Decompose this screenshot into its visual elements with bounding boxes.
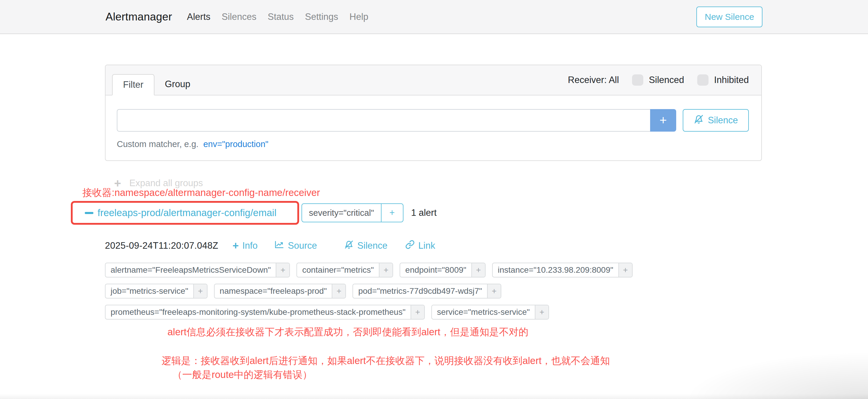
annotation-logic-note: 逻辑是：接收器收到alert后进行通知，如果alert不在接收器下，说明接收器没… (161, 354, 610, 368)
label-add-filter-button[interactable]: + (193, 284, 207, 298)
corner-shade (684, 351, 868, 399)
new-silence-button[interactable]: New Silence (696, 6, 763, 27)
label-add-filter-button[interactable]: + (471, 263, 485, 277)
nav-item-silences[interactable]: Silences (222, 11, 256, 22)
alert-labels: alertname="FreeleapsMetricsServiceDown" … (105, 263, 775, 326)
nav-item-settings[interactable]: Settings (305, 11, 338, 22)
label-tag-text: service="metrics-service" (432, 305, 535, 319)
filter-card-body: + Silence Custom matcher, e.g.env="produ… (105, 95, 761, 149)
label-tag-text: instance="10.233.98.209:8009" (493, 263, 618, 277)
link-icon (405, 240, 415, 252)
inhibited-checkbox-group[interactable]: Inhibited (697, 74, 749, 86)
label-add-filter-button[interactable]: + (332, 284, 345, 298)
chart-line-icon (274, 240, 284, 252)
label-add-filter-button[interactable]: + (535, 305, 549, 319)
group-filter-label: severity="critical" (302, 204, 381, 222)
main-nav: Alerts Silences Status Settings Help (187, 11, 369, 22)
alert-info-label: Info (242, 240, 258, 251)
label-add-filter-button[interactable]: + (410, 305, 424, 319)
add-matcher-button[interactable]: + (650, 109, 676, 132)
label-tag-container: container="metrics" + (297, 263, 393, 277)
custom-matcher-hint: Custom matcher, e.g. (117, 139, 198, 149)
label-tag-text: job="metrics-service" (105, 284, 193, 298)
label-add-filter-button[interactable]: + (276, 263, 289, 277)
alert-count: 1 alert (411, 208, 437, 218)
label-add-filter-button[interactable]: + (487, 284, 501, 298)
bell-slash-icon (344, 240, 354, 252)
label-tag-service: service="metrics-service" + (431, 305, 549, 319)
silenced-checkbox-group[interactable]: Silenced (632, 74, 684, 86)
filter-card-header: Filter Group Receiver: All Silenced Inhi… (105, 65, 761, 95)
label-tag-text: alertname="FreeleapsMetricsServiceDown" (105, 263, 276, 277)
receiver-group-link[interactable]: freeleaps-prod/alertmanager-config/email (85, 207, 276, 218)
label-tag-alertname: alertname="FreeleapsMetricsServiceDown" … (105, 263, 290, 277)
matcher-example-link[interactable]: env="production" (204, 139, 269, 149)
nav-item-help[interactable]: Help (349, 11, 369, 22)
alert-timestamp: 2025-09-24T11:20:07.048Z (105, 240, 218, 251)
nav-item-alerts[interactable]: Alerts (187, 11, 211, 22)
alert-silence-label: Silence (357, 240, 388, 251)
label-tag-instance: instance="10.233.98.209:8009" + (492, 263, 632, 277)
label-tag-endpoint: endpoint="8009" + (400, 263, 486, 277)
alert-link-button[interactable]: Link (405, 240, 435, 252)
alert-link-label: Link (418, 240, 435, 251)
receiver-group-label: freeleaps-prod/alertmanager-config/email (97, 207, 276, 218)
silence-button[interactable]: Silence (683, 109, 749, 132)
annotation-logic-note-2: （一般是route中的逻辑有错误） (173, 368, 312, 381)
alertmanager-page: Alertmanager Alerts Silences Status Sett… (0, 0, 868, 399)
silenced-label: Silenced (649, 75, 684, 85)
label-tag-job: job="metrics-service" + (105, 284, 208, 299)
alert-source-link[interactable]: Source (274, 240, 317, 252)
tab-filter[interactable]: Filter (112, 74, 154, 95)
group-filter-tag: severity="critical" + (302, 203, 403, 222)
label-tag-text: prometheus="freeleaps-monitoring-system/… (105, 305, 410, 319)
annotation-highlight-box: freeleaps-prod/alertmanager-config/email (71, 201, 299, 225)
collapse-minus-icon (85, 212, 93, 214)
label-tag-text: pod="metrics-77d9cdb497-wdsj7" (353, 284, 487, 298)
tab-group[interactable]: Group (154, 73, 201, 95)
label-add-filter-button[interactable]: + (618, 263, 632, 277)
receiver-selector[interactable]: Receiver: All (568, 75, 619, 85)
nav-item-status[interactable]: Status (268, 11, 294, 22)
matcher-input[interactable] (117, 109, 650, 132)
silence-button-label: Silence (708, 115, 738, 126)
alert-group-row: freeleaps-prod/alertmanager-config/email… (71, 201, 437, 225)
annotation-alert-note: alert信息必须在接收器下才表示配置成功，否则即使能看到alert，但是通知是… (167, 326, 528, 339)
navbar: Alertmanager Alerts Silences Status Sett… (0, 0, 868, 34)
label-tag-text: endpoint="8009" (400, 263, 471, 277)
app-brand[interactable]: Alertmanager (105, 11, 172, 23)
label-add-filter-button[interactable]: + (379, 263, 393, 277)
bell-slash-icon (694, 114, 704, 127)
silenced-checkbox[interactable] (632, 74, 643, 86)
alert-silence-button[interactable]: Silence (344, 240, 388, 252)
inhibited-checkbox[interactable] (697, 74, 709, 86)
filter-card: Filter Group Receiver: All Silenced Inhi… (105, 65, 762, 161)
alert-source-label: Source (288, 240, 317, 251)
group-filter-add-button[interactable]: + (381, 204, 403, 222)
label-tag-namespace: namespace="freeleaps-prod" + (214, 284, 346, 299)
label-tag-text: container="metrics" (297, 263, 379, 277)
plus-icon: + (232, 240, 239, 251)
label-tag-text: namespace="freeleaps-prod" (215, 284, 332, 298)
annotation-receiver-note: 接收器:namespace/altermanager-config-name/r… (83, 186, 320, 200)
alert-detail-row: 2025-09-24T11:20:07.048Z + Info Source (105, 240, 435, 252)
label-tag-pod: pod="metrics-77d9cdb497-wdsj7" + (352, 284, 501, 299)
inhibited-label: Inhibited (714, 75, 749, 85)
label-tag-prometheus: prometheus="freeleaps-monitoring-system/… (105, 305, 425, 319)
alert-info-button[interactable]: + Info (232, 240, 258, 251)
